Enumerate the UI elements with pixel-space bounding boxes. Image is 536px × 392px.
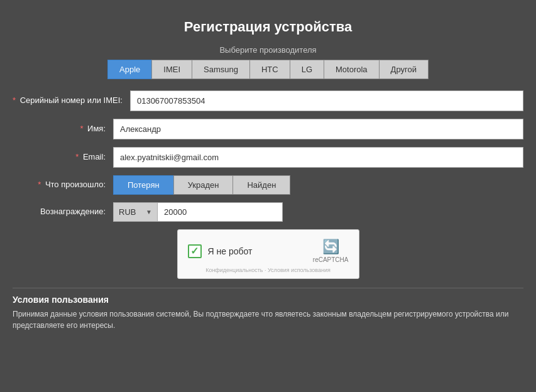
check-icon: ✓ <box>190 245 199 257</box>
captcha-brand: reCAPTCHA <box>313 256 349 263</box>
email-label: * Email: <box>13 152 113 163</box>
tab-imei[interactable]: IMEI <box>151 60 192 79</box>
chevron-down-icon: ▼ <box>146 209 152 215</box>
tab-motorola[interactable]: Motorola <box>324 60 379 79</box>
status-buttons: Потерян Украден Найден <box>113 175 290 195</box>
name-label: * Имя: <box>13 124 113 134</box>
name-input[interactable] <box>113 119 523 139</box>
required-star-status: * <box>38 180 41 189</box>
captcha-check-area: ✓ Я не робот <box>188 244 253 258</box>
currency-value: RUB <box>119 207 136 217</box>
required-star: * <box>13 95 16 105</box>
manufacturer-label: Выберите производителя <box>13 45 523 55</box>
tab-lg[interactable]: LG <box>290 60 324 79</box>
reward-row: Вознаграждение: RUB ▼ <box>13 202 523 222</box>
status-lost[interactable]: Потерян <box>113 175 173 195</box>
status-label: * Что произошло: <box>13 180 113 190</box>
email-input[interactable] <box>113 147 523 168</box>
tab-htc[interactable]: HTC <box>249 60 290 79</box>
status-found[interactable]: Найден <box>232 175 290 195</box>
terms-text: Принимая данные условия пользования сист… <box>13 308 523 331</box>
captcha-checkbox[interactable]: ✓ <box>188 244 202 258</box>
tab-samsung[interactable]: Samsung <box>192 60 249 79</box>
status-row: * Что произошло: Потерян Украден Найден <box>13 175 523 195</box>
captcha-box[interactable]: ✓ Я не робот 🔄 reCAPTCHA Конфиденциально… <box>177 229 359 279</box>
captcha-logo: 🔄 reCAPTCHA <box>313 239 349 263</box>
reward-group: RUB ▼ <box>113 202 283 222</box>
captcha-footer: Конфиденциальность · Условия использован… <box>188 267 349 273</box>
captcha-row: ✓ Я не робот 🔄 reCAPTCHA Конфиденциально… <box>13 229 523 279</box>
recaptcha-icon: 🔄 <box>322 239 339 255</box>
reward-input[interactable] <box>157 202 283 222</box>
page-container: Регистрация устройства Выберите производ… <box>0 13 536 344</box>
page-title: Регистрация устройства <box>13 19 523 35</box>
captcha-inner: ✓ Я не робот 🔄 reCAPTCHA <box>188 239 349 263</box>
required-star-email: * <box>75 152 79 161</box>
serial-row: * Серийный номер или IMEI: <box>13 90 523 111</box>
status-stolen[interactable]: Украден <box>173 175 233 195</box>
serial-label: * Серийный номер или IMEI: <box>13 95 130 106</box>
reward-label: Вознаграждение: <box>13 207 113 217</box>
serial-input[interactable] <box>130 90 523 111</box>
terms-section: Условия пользования Принимая данные усло… <box>13 288 523 331</box>
email-row: * Email: <box>13 147 523 168</box>
tab-other[interactable]: Другой <box>379 60 429 79</box>
registration-form: * Серийный номер или IMEI: * Имя: * Emai… <box>13 90 523 222</box>
required-star-name: * <box>80 124 83 133</box>
currency-select[interactable]: RUB ▼ <box>113 202 157 222</box>
terms-title: Условия пользования <box>13 295 523 305</box>
captcha-label: Я не робот <box>208 246 253 256</box>
tab-apple[interactable]: Apple <box>107 60 151 79</box>
manufacturer-tabs: Apple IMEI Samsung HTC LG Motorola Друго… <box>13 60 523 79</box>
name-row: * Имя: <box>13 119 523 139</box>
